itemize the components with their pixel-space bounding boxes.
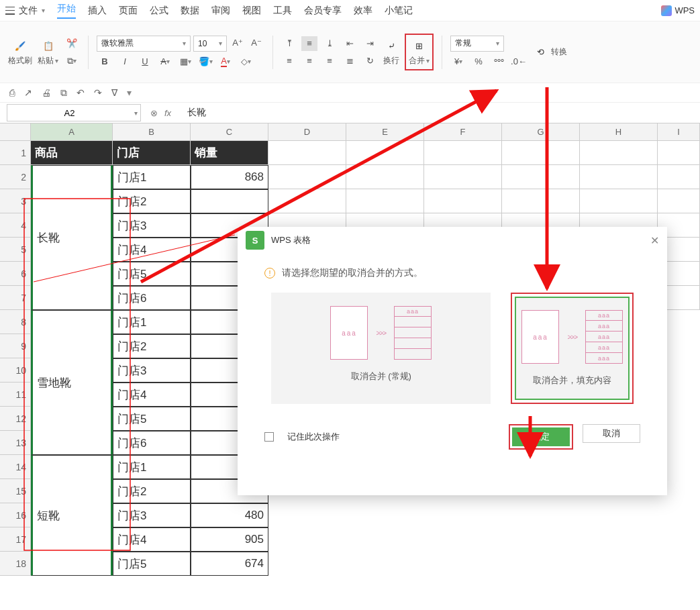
align-bottom-icon[interactable]: ⤓ (321, 36, 338, 51)
cell[interactable]: 门店4 (113, 383, 191, 407)
row-header[interactable]: 14 (0, 455, 31, 479)
underline-button[interactable]: U (137, 54, 153, 69)
option-unmerge-normal[interactable]: aaa >>> aaa 取消合并 (常规) (271, 293, 491, 404)
borders-button[interactable]: ▦▾ (177, 54, 193, 69)
cell[interactable] (191, 189, 268, 213)
cell[interactable]: 868 (191, 165, 268, 189)
paste-button[interactable]: 📋 粘贴▾ (38, 38, 58, 66)
align-middle-icon[interactable]: ≡ (301, 36, 317, 51)
cell[interactable]: 门店2 (113, 479, 191, 503)
indent-icon[interactable]: ⇥ (362, 36, 378, 51)
print-icon[interactable]: 🖨 (42, 87, 51, 98)
col-header-d[interactable]: D (268, 123, 346, 140)
cell[interactable]: 门店2 (113, 189, 191, 213)
cell[interactable]: 门店2 (113, 334, 191, 358)
tab-page[interactable]: 页面 (119, 5, 138, 17)
row-header[interactable]: 12 (0, 407, 31, 431)
font-color-button[interactable]: A▾ (217, 54, 234, 69)
option-unmerge-fill[interactable]: aaa >>> aaa aaa aaa aaa aaa 取消合并，填充内容 (515, 297, 630, 400)
formula-input[interactable]: 长靴 (181, 107, 700, 119)
row-header[interactable]: 13 (0, 431, 31, 455)
cell[interactable] (268, 141, 346, 165)
cell[interactable]: 门店3 (113, 503, 191, 527)
cell[interactable]: 门店1 (113, 455, 191, 479)
cut-icon[interactable]: ✂️ (64, 36, 80, 51)
decimal-icon[interactable]: .0← (511, 54, 527, 69)
row-header[interactable]: 10 (0, 358, 31, 383)
cancel-edit-icon[interactable]: ⊗ (150, 108, 158, 118)
cell[interactable]: 门店4 (113, 527, 191, 552)
name-box-input[interactable] (7, 105, 132, 121)
font-name-select[interactable]: 微软雅黑▾ (97, 36, 191, 52)
cell[interactable] (424, 141, 502, 165)
preview-icon[interactable]: ⧉ (60, 87, 67, 99)
convert-button[interactable]: ⟲ 转换 (532, 40, 567, 64)
cell-a14-merged[interactable]: 短靴 (31, 455, 113, 576)
align-right-icon[interactable]: ≡ (321, 54, 338, 68)
remember-checkbox[interactable] (264, 432, 274, 442)
ok-button[interactable]: 确定 (512, 427, 570, 446)
qa-more-icon[interactable]: ▾ (127, 87, 132, 98)
copy-icon[interactable]: ⧉▾ (64, 54, 80, 68)
tab-tools[interactable]: 工具 (273, 5, 292, 17)
row-header[interactable]: 4 (0, 213, 31, 238)
row-header[interactable]: 15 (0, 479, 31, 503)
cell[interactable]: 门店3 (113, 358, 191, 383)
tab-efficiency[interactable]: 效率 (354, 5, 372, 17)
save-icon[interactable]: ⎙ (9, 87, 15, 98)
col-header-f[interactable]: F (424, 123, 502, 140)
align-center-icon[interactable]: ≡ (301, 54, 317, 68)
row-header[interactable]: 18 (0, 552, 31, 576)
cell-a2-merged[interactable]: 长靴 (31, 165, 113, 310)
cell[interactable] (580, 141, 658, 165)
tab-member[interactable]: 会员专享 (304, 5, 342, 17)
strike-button[interactable]: A▾ (157, 54, 173, 69)
cell[interactable]: 门店4 (113, 238, 191, 262)
select-all-corner[interactable] (0, 123, 31, 140)
row-header[interactable]: 5 (0, 238, 31, 262)
cell-c1[interactable]: 销量 (191, 141, 268, 165)
name-box[interactable]: ▾ (7, 104, 141, 121)
col-header-e[interactable]: E (346, 123, 424, 140)
filter-icon[interactable]: ∇ (111, 87, 117, 98)
redo-icon[interactable]: ↷ (94, 87, 102, 98)
highlight-button[interactable]: ◇▾ (238, 54, 254, 69)
cell[interactable]: 905 (191, 527, 268, 552)
cancel-button[interactable]: 取消 (583, 424, 640, 443)
fx-icon[interactable]: fx (164, 108, 171, 118)
col-header-b[interactable]: B (113, 123, 191, 140)
justify-icon[interactable]: ≣ (342, 54, 358, 68)
cell[interactable]: 674 (191, 552, 268, 576)
col-header-a[interactable]: A (31, 123, 113, 140)
tab-review[interactable]: 审阅 (211, 5, 230, 17)
close-icon[interactable]: ✕ (650, 234, 659, 247)
tab-formula[interactable]: 公式 (150, 5, 168, 17)
row-header[interactable]: 8 (0, 310, 31, 334)
col-header-g[interactable]: G (502, 123, 580, 140)
col-header-i[interactable]: I (658, 123, 700, 140)
row-header[interactable]: 17 (0, 527, 31, 552)
bold-button[interactable]: B (97, 54, 113, 69)
menu-icon[interactable] (5, 7, 15, 15)
cell[interactable] (346, 141, 424, 165)
cell[interactable]: 门店5 (113, 262, 191, 286)
row-header[interactable]: 3 (0, 189, 31, 213)
file-menu[interactable]: 文件 (19, 5, 38, 17)
cell-a1[interactable]: 商品 (31, 141, 113, 165)
wrap-button[interactable]: ⤶ 换行 (383, 38, 399, 66)
format-painter-button[interactable]: 🖌️ 格式刷 (8, 38, 32, 66)
cell[interactable] (658, 141, 700, 165)
currency-icon[interactable]: ¥▾ (450, 54, 466, 69)
tab-data[interactable]: 数据 (181, 5, 199, 17)
cell[interactable] (502, 141, 580, 165)
row-header[interactable]: 7 (0, 286, 31, 310)
undo-icon[interactable]: ↶ (77, 87, 85, 98)
increase-font-icon[interactable]: A⁺ (230, 36, 246, 50)
align-left-icon[interactable]: ≡ (281, 54, 297, 68)
row-header[interactable]: 2 (0, 165, 31, 189)
cell-a8-merged[interactable]: 雪地靴 (31, 310, 113, 455)
merge-button[interactable]: ⊞ 合并▾ (409, 38, 430, 66)
cell[interactable]: 门店6 (113, 286, 191, 310)
col-header-c[interactable]: C (191, 123, 268, 140)
align-top-icon[interactable]: ⤒ (281, 36, 297, 51)
